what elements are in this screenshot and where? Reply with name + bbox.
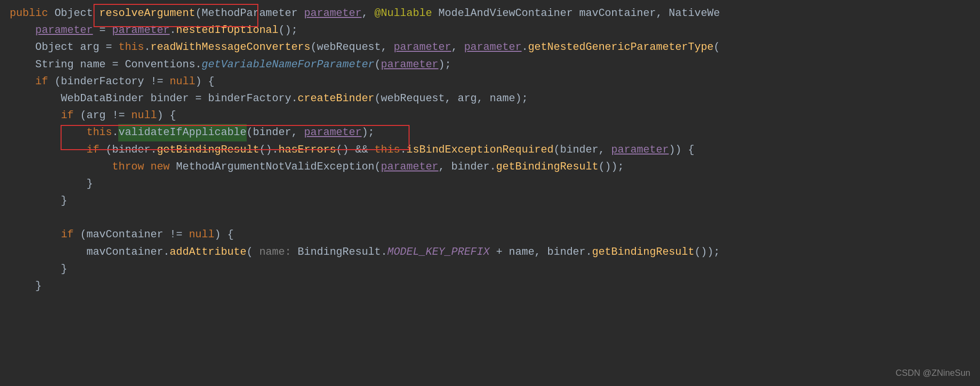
code-line-11: } [10,175,970,192]
code-line-5: if (binderFactory != null) { [10,73,970,90]
code-line-14: if (mavContainer != null) { [10,226,970,243]
code-line-10: throw new MethodArgumentNotValidExceptio… [10,158,970,175]
code-line-12: } [10,192,970,209]
code-container: public Object resolveArgument(MethodPara… [0,0,980,386]
code-line-15: mavContainer.addAttribute( name: Binding… [10,244,970,261]
watermark: CSDN @ZNineSun [896,366,970,380]
code-line-1: public Object resolveArgument(MethodPara… [10,5,970,22]
method-resolve-argument: resolveArgument [99,5,195,22]
keyword-public: public [10,5,48,22]
code-line-7: if (arg != null) { [10,107,970,124]
code-line-13 [10,209,970,226]
code-line-3: Object arg = this.readWithMessageConvert… [10,39,970,56]
code-line-9: if (binder.getBindingResult().hasErrors(… [10,141,970,158]
code-line-4: String name = Conventions.getVariableNam… [10,56,970,73]
code-line-2: parameter = parameter.nestedIfOptional()… [10,22,970,39]
code-line-8: this.validateIfApplicable(binder, parame… [10,124,970,141]
code-line-6: WebDataBinder binder = binderFactory.cre… [10,90,970,107]
code-line-16: } [10,261,970,278]
code-line-17: } [10,278,970,294]
validate-method-highlight: validateIfApplicable [118,124,246,141]
